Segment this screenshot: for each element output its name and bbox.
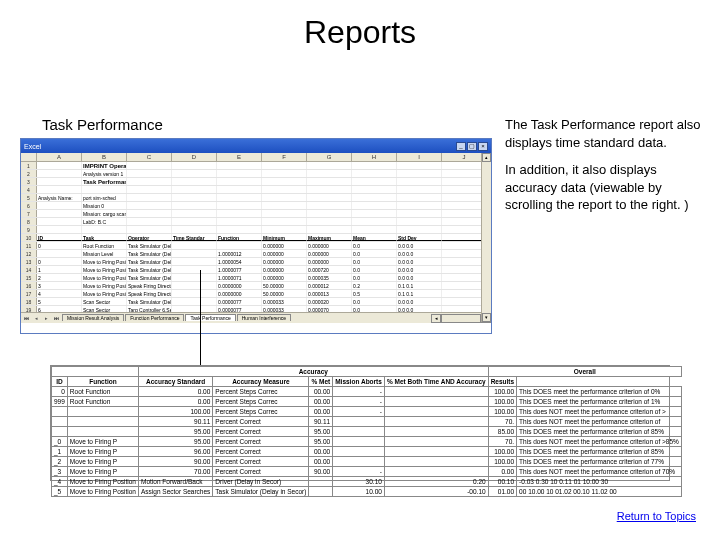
acc-cell[interactable]: 00.10 xyxy=(488,477,516,487)
sheet-cell[interactable] xyxy=(262,218,307,225)
acc-cell[interactable] xyxy=(333,437,385,447)
sheet-cell[interactable]: 0.1 0.1 xyxy=(397,290,442,297)
sheet-cell[interactable]: 0.000720 xyxy=(307,266,352,273)
sheet-body[interactable]: 1IMPRINT Operations Wide Report2Analysis… xyxy=(21,162,491,312)
sheet-cell[interactable]: Mission Level xyxy=(82,250,127,257)
sheet-cell[interactable]: 0.000033 xyxy=(262,306,307,312)
acc-cell[interactable] xyxy=(384,387,488,397)
tab-nav-last-icon[interactable]: ⏭ xyxy=(51,315,61,321)
sheet-cell[interactable]: 1 xyxy=(37,266,82,273)
sheet-tab[interactable]: Task Performance xyxy=(185,314,235,321)
acc-cell[interactable]: Percent Correct xyxy=(213,427,309,437)
sheet-cell[interactable] xyxy=(127,210,172,217)
sheet-cell[interactable]: Analysis Name: xyxy=(37,194,82,201)
sheet-cell[interactable] xyxy=(217,202,262,209)
acc-cell[interactable]: _3 xyxy=(52,467,68,477)
sheet-cell[interactable] xyxy=(397,202,442,209)
sheet-cell[interactable]: 0.0 xyxy=(352,258,397,265)
sheet-cell[interactable] xyxy=(172,282,217,289)
sheet-cell[interactable]: 0.0 xyxy=(352,266,397,273)
sheet-cell[interactable]: 0.0000000 xyxy=(217,282,262,289)
sheet-cell[interactable]: 0.000000 xyxy=(307,242,352,249)
acc-cell[interactable]: 95.00 xyxy=(309,427,333,437)
sheet-cell[interactable]: 0.000013 xyxy=(307,290,352,297)
sheet-cell[interactable]: 50.00000 xyxy=(262,282,307,289)
sheet-cell[interactable] xyxy=(217,170,262,177)
sheet-cell[interactable] xyxy=(262,162,307,169)
sheet-cell[interactable] xyxy=(127,170,172,177)
acc-cell[interactable]: Move to Firing P xyxy=(67,467,138,477)
sheet-cell[interactable]: 6 xyxy=(37,306,82,312)
sheet-cell[interactable] xyxy=(127,162,172,169)
sheet-cell[interactable] xyxy=(172,194,217,201)
sheet-cell[interactable]: Move to Firing Position xyxy=(82,290,127,297)
sheet-cell[interactable]: 0.0 0.0 xyxy=(397,298,442,305)
sheet-cell[interactable]: 50.00000 xyxy=(262,290,307,297)
sheet-cell[interactable] xyxy=(352,170,397,177)
sheet-cell[interactable]: 0.000000 xyxy=(262,242,307,249)
acc-cell[interactable]: - xyxy=(333,467,385,477)
sheet-cell[interactable] xyxy=(172,274,217,281)
hscroll-left-button[interactable]: ◂ xyxy=(431,314,441,323)
sheet-cell[interactable]: 3 xyxy=(37,282,82,289)
sheet-cell[interactable]: 0.0 0.0 xyxy=(397,274,442,281)
sheet-cell[interactable]: Task Performance xyxy=(82,178,127,185)
acc-cell[interactable]: 95.00 xyxy=(309,437,333,447)
sheet-cell[interactable] xyxy=(172,306,217,312)
sheet-cell[interactable] xyxy=(217,178,262,185)
sheet-cell[interactable] xyxy=(397,186,442,193)
acc-cell[interactable] xyxy=(333,447,385,457)
sheet-cell[interactable] xyxy=(262,186,307,193)
column-letter[interactable]: A xyxy=(37,153,82,161)
sheet-cell[interactable]: Maximum xyxy=(307,234,352,241)
acc-cell[interactable] xyxy=(384,447,488,457)
acc-cell[interactable]: 100.00 xyxy=(488,447,516,457)
acc-cell[interactable]: Move to Firing P xyxy=(67,457,138,467)
sheet-cell[interactable]: Move to Firing Position xyxy=(82,274,127,281)
sheet-cell[interactable] xyxy=(307,202,352,209)
acc-cell[interactable]: 90.00 xyxy=(138,457,212,467)
acc-cell[interactable] xyxy=(384,437,488,447)
acc-cell[interactable]: 999 xyxy=(52,397,68,407)
sheet-cell[interactable] xyxy=(217,194,262,201)
column-letter[interactable]: H xyxy=(352,153,397,161)
sheet-cell[interactable]: 0.000000 xyxy=(307,258,352,265)
sheet-cell[interactable] xyxy=(172,178,217,185)
sheet-cell[interactable]: 5 xyxy=(37,298,82,305)
tab-nav-first-icon[interactable]: ⏮ xyxy=(21,315,31,321)
sheet-cell[interactable]: 0.0 xyxy=(352,298,397,305)
scroll-up-button[interactable]: ▴ xyxy=(482,153,491,162)
acc-cell[interactable]: Percent Correct xyxy=(213,417,309,427)
acc-cell[interactable]: Root Function xyxy=(67,397,138,407)
sheet-cell[interactable]: Time Standar xyxy=(172,234,217,241)
acc-cell[interactable]: _0 xyxy=(52,437,68,447)
sheet-cell[interactable]: Move to Firing Position xyxy=(82,258,127,265)
sheet-cell[interactable]: 0.000000 xyxy=(262,250,307,257)
sheet-cell[interactable]: 1.0000012 xyxy=(217,250,262,257)
sheet-cell[interactable] xyxy=(172,298,217,305)
sheet-cell[interactable] xyxy=(352,226,397,233)
acc-cell[interactable]: 96.00 xyxy=(138,447,212,457)
sheet-cell[interactable] xyxy=(352,186,397,193)
sheet-cell[interactable] xyxy=(172,290,217,297)
acc-cell[interactable]: 85.00 xyxy=(488,427,516,437)
acc-cell[interactable]: _5 xyxy=(52,487,68,497)
tab-nav-next-icon[interactable]: ▸ xyxy=(41,315,51,321)
sheet-cell[interactable]: 0.000033 xyxy=(262,298,307,305)
acc-cell[interactable]: -00.10 xyxy=(384,487,488,497)
sheet-cell[interactable]: 0.0000077 xyxy=(217,306,262,312)
sheet-cell[interactable] xyxy=(307,194,352,201)
sheet-cell[interactable]: Task Simulator (Delay in Secor xyxy=(127,250,172,257)
acc-cell[interactable] xyxy=(384,417,488,427)
sheet-cell[interactable]: 0.000000 xyxy=(262,266,307,273)
sheet-cell[interactable]: Scan Sector xyxy=(82,306,127,312)
acc-cell[interactable] xyxy=(67,427,138,437)
acc-cell[interactable]: Move to Firing Position xyxy=(67,477,138,487)
tab-nav-prev-icon[interactable]: ◂ xyxy=(31,315,41,321)
column-letter[interactable]: I xyxy=(397,153,442,161)
sheet-cell[interactable] xyxy=(127,186,172,193)
acc-cell[interactable]: 70.00 xyxy=(138,467,212,477)
sheet-cell[interactable] xyxy=(262,210,307,217)
hscroll-track[interactable] xyxy=(441,314,481,323)
sheet-cell[interactable] xyxy=(172,162,217,169)
